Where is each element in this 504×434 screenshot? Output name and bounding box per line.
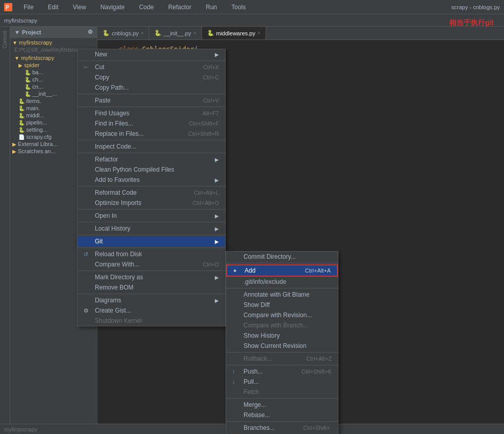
git-pull[interactable]: ↓ Pull... (226, 377, 338, 387)
cm-add-favorites-label: Add to Favorites (95, 176, 215, 183)
cm-cut-label: Cut (95, 64, 203, 71)
tree-setting-label: setting... (26, 127, 48, 133)
cm-mark-directory-as[interactable]: Mark Directory as ▶ (77, 272, 225, 282)
tree-external-label: External Libra... (18, 141, 57, 147)
cm-sep11 (77, 271, 225, 271)
tab-middlewares-icon: 🐍 (207, 30, 214, 36)
tab-middlewares[interactable]: 🐍 middlewares.py × (202, 27, 266, 39)
tree-ba-label: ba... (32, 69, 43, 75)
git-annotate[interactable]: Annotate with Git Blame (226, 290, 338, 300)
git-commit-dir[interactable]: Commit Directory... (226, 252, 338, 262)
git-show-history[interactable]: Show History (226, 330, 338, 341)
git-sep4 (226, 365, 338, 365)
cm-paste[interactable]: Paste Ctrl+V (77, 95, 225, 106)
cm-compare-with[interactable]: Compare With... Ctrl+D (77, 259, 225, 270)
scratches-icon: ▶ (12, 149, 16, 154)
title-bar: myfirstscrapy (0, 14, 504, 27)
tab-cnblogs-label: cnblogs.py (112, 30, 139, 36)
gist-icon: ⚙ (84, 307, 92, 314)
git-rollback-shortcut: Ctrl+Alt+Z (306, 356, 332, 362)
cm-refactor[interactable]: Refactor ▶ (77, 154, 225, 164)
cm-copy-path[interactable]: Copy Path... (77, 82, 225, 93)
py-icon-pipelin: 🐍 (18, 120, 25, 126)
tab-middlewares-close[interactable]: × (257, 30, 260, 36)
menu-file[interactable]: File (21, 3, 36, 12)
tree-item-root[interactable]: ▼ myfirstscrapy (10, 39, 97, 46)
cm-reload-label: Reload from Disk (95, 251, 219, 258)
git-sep3 (226, 352, 338, 353)
cm-clean-python[interactable]: Clean Python Compiled Files (77, 164, 225, 175)
git-add-label: Add (245, 267, 255, 274)
git-push[interactable]: ↑ Push... Ctrl+Shift+K (226, 366, 338, 377)
tree-cn-label: cn... (32, 84, 43, 90)
tab-init-icon: 🐍 (154, 30, 162, 36)
menu-navigate[interactable]: Navigate (97, 3, 128, 12)
py-icon-ba: 🐍 (25, 70, 31, 75)
tree-init-label: __init__... (32, 91, 57, 97)
menu-run[interactable]: Run (203, 3, 220, 12)
cm-diagrams[interactable]: Diagrams ▶ (77, 295, 225, 305)
cm-cut-shortcut: Ctrl+X (203, 64, 219, 70)
tab-init[interactable]: 🐍 __init__.py × (149, 27, 201, 39)
cm-shutdown-kernel: Shutdown Kernel (77, 316, 225, 326)
project-settings-icon[interactable]: ⚙ (88, 29, 93, 35)
cm-inspect-code[interactable]: Inspect Code... (77, 141, 225, 152)
cm-create-gist[interactable]: ⚙ Create Gist... (77, 305, 225, 316)
cm-sep8 (77, 222, 225, 222)
git-compare-rev-label: Compare with Revision... (244, 312, 312, 319)
commit-label[interactable]: Commit (1, 27, 9, 52)
cm-open-in[interactable]: Open In ▶ (77, 211, 225, 221)
git-show-diff[interactable]: Show Diff (226, 300, 338, 310)
cm-replace-in-files[interactable]: Replace in Files... Ctrl+Shift+R (77, 129, 225, 139)
cm-sep7 (77, 209, 225, 210)
cm-replace-label: Replace in Files... (95, 130, 188, 137)
git-sep2 (226, 288, 338, 288)
favorites-arrow-icon: ▶ (215, 177, 219, 183)
git-gitinfo-exclude[interactable]: .git/info/exclude (226, 277, 338, 287)
git-show-current-revision[interactable]: Show Current Revision (226, 341, 338, 351)
cm-find-usages[interactable]: Find Usages Alt+F7 (77, 108, 225, 118)
git-add[interactable]: + Add Ctrl+Alt+A (226, 264, 338, 277)
menu-refactor[interactable]: Refactor (165, 3, 194, 12)
cm-cut[interactable]: ✂ Cut Ctrl+X (77, 62, 225, 72)
tree-folder-label: myfirstscrapy (21, 55, 54, 61)
cm-optimize-imports[interactable]: Optimize Imports Ctrl+Alt+O (77, 198, 225, 208)
tree-middl-label: middl... (26, 112, 44, 118)
cm-reformat-code[interactable]: Reformat Code Ctrl+Alt+L (77, 188, 225, 198)
cm-reload-from-disk[interactable]: ↺ Reload from Disk (77, 249, 225, 259)
git-rebase[interactable]: Rebase... (226, 410, 338, 420)
cm-git[interactable]: Git ▶ (77, 236, 225, 246)
git-branches[interactable]: Branches... Ctrl+Shift+` (226, 423, 338, 433)
git-rollback-label: Rollback... (244, 355, 272, 362)
tree-main-label: main. (26, 105, 40, 111)
menu-code[interactable]: Code (136, 3, 157, 12)
cm-refactor-label: Refactor (95, 156, 215, 163)
cm-remove-bom-label: Remove BOM (95, 284, 219, 291)
cm-add-favorites[interactable]: Add to Favorites ▶ (77, 175, 225, 185)
cm-copy[interactable]: Copy Ctrl+C (77, 72, 225, 82)
folder-icon: ▼ (12, 40, 17, 46)
tree-items-label: items. (26, 98, 41, 104)
cm-remove-bom[interactable]: Remove BOM (77, 282, 225, 293)
menu-edit[interactable]: Edit (45, 3, 62, 12)
tab-cnblogs[interactable]: 🐍 cnblogs.py × (97, 27, 149, 39)
cm-local-history[interactable]: Local History ▶ (77, 223, 225, 234)
menu-view[interactable]: View (70, 3, 89, 12)
push-icon: ↑ (232, 368, 240, 375)
git-fetch-label: Fetch (244, 388, 259, 396)
git-merge[interactable]: Merge... (226, 400, 338, 410)
tab-init-close[interactable]: × (193, 30, 196, 36)
tree-item-label: myfirstscrapy (19, 39, 52, 46)
cm-new[interactable]: New ▶ (77, 49, 225, 59)
git-push-shortcut: Ctrl+Shift+K (301, 368, 332, 375)
tree-scratches-label: Scratches an... (18, 148, 55, 154)
external-icon: ▶ (12, 141, 16, 147)
open-in-arrow-icon: ▶ (215, 213, 219, 219)
git-compare-branch: Compare with Branch... (226, 320, 338, 330)
git-compare-revision[interactable]: Compare with Revision... (226, 310, 338, 320)
menu-tools[interactable]: Tools (228, 3, 249, 12)
cm-find-in-files[interactable]: Find in Files... Ctrl+Shift+F (77, 118, 225, 129)
cm-shutdown-label: Shutdown Kernel (95, 317, 219, 324)
tree-pipelin-label: pipelin... (26, 119, 47, 126)
tab-cnblogs-close[interactable]: × (141, 30, 144, 36)
